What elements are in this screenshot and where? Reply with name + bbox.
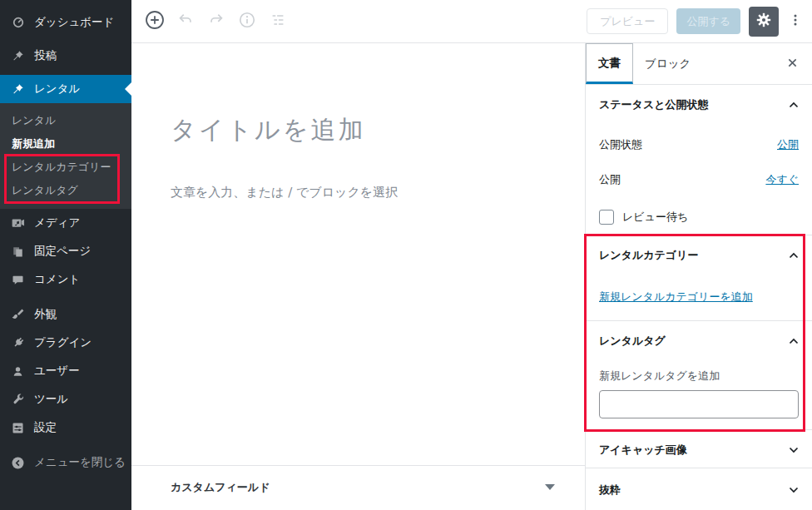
collapse-menu-button[interactable]: メニューを閉じる <box>0 448 131 477</box>
add-rental-category-link[interactable]: 新規レンタルカテゴリーを追加 <box>599 290 753 305</box>
wordpress-block-editor-window: ダッシュボード 投稿 レンタル レンタル 新規追加 レンタルカテゴリー <box>0 0 812 510</box>
tab-block[interactable]: ブロック <box>633 43 702 84</box>
rental-submenu: レンタル 新規追加 レンタルカテゴリー レンタルタグ <box>0 103 131 209</box>
dashboard-icon <box>10 15 26 31</box>
sidebar-item-rental[interactable]: レンタル <box>0 75 131 103</box>
undo-button[interactable] <box>172 8 199 35</box>
settings-gear-button[interactable] <box>749 7 779 37</box>
submenu-item-add-new[interactable]: 新規追加 <box>0 132 131 156</box>
sidebar-item-label: メニューを閉じる <box>34 455 126 470</box>
dropdown-caret-icon <box>545 484 555 490</box>
gear-icon <box>755 12 772 31</box>
publish-date-label: 公開 <box>599 172 621 187</box>
rental-tag-header[interactable]: レンタルタグ <box>599 334 799 349</box>
sidebar-item-comments[interactable]: コメント <box>0 265 131 294</box>
section-title: 抜粋 <box>599 483 621 498</box>
excerpt-header[interactable]: 抜粋 <box>599 483 799 498</box>
block-inserter-button[interactable] <box>141 8 168 35</box>
appearance-brush-icon <box>10 307 26 323</box>
visibility-label: 公開状態 <box>599 137 642 152</box>
menu-separator <box>0 294 131 300</box>
sidebar-item-users[interactable]: ユーザー <box>0 357 131 385</box>
custom-fields-panel[interactable]: カスタムフィールド <box>131 465 585 508</box>
sidebar-item-label: ダッシュボード <box>34 15 114 30</box>
section-title: アイキャッチ画像 <box>599 443 687 458</box>
rental-category-section: レンタルカテゴリー 新規レンタルカテゴリーを追加 <box>586 235 812 321</box>
sidebar-item-label: メディア <box>34 215 80 230</box>
close-settings-button[interactable] <box>780 52 804 76</box>
section-title: ステータスと公開状態 <box>599 97 709 112</box>
collapse-arrow-icon <box>10 455 26 471</box>
chevron-down-icon <box>789 447 799 453</box>
redo-icon <box>207 11 225 32</box>
sidebar-item-label: 投稿 <box>34 48 57 63</box>
sidebar-item-label: コメント <box>34 272 80 287</box>
publish-date-row: 公開 今すぐ <box>599 172 799 187</box>
users-icon <box>10 364 26 379</box>
sidebar-item-pages[interactable]: 固定ページ <box>0 237 131 265</box>
header-actions: プレビュー 公開する <box>587 7 812 37</box>
publish-date-value-link[interactable]: 今すぐ <box>765 172 799 187</box>
submenu-item-rental-category[interactable]: レンタルカテゴリー <box>0 156 131 179</box>
sidebar-item-tools[interactable]: ツール <box>0 385 131 413</box>
publish-button[interactable]: 公開する <box>676 8 740 34</box>
rental-tag-section: レンタルタグ 新規レンタルタグを追加 <box>586 321 812 430</box>
status-section-header[interactable]: ステータスと公開状態 <box>599 97 799 112</box>
visibility-value-link[interactable]: 公開 <box>777 137 799 152</box>
section-title: レンタルタグ <box>599 334 666 349</box>
block-navigation-button[interactable] <box>265 8 291 35</box>
circled-plus-icon <box>145 10 165 32</box>
sidebar-item-label: ユーザー <box>34 364 80 379</box>
tools-wrench-icon <box>10 392 26 408</box>
post-title-input[interactable]: タイトルを追加 <box>171 113 366 147</box>
pushpin-icon <box>10 82 26 97</box>
sidebar-item-posts[interactable]: 投稿 <box>0 42 131 70</box>
media-icon <box>10 215 26 231</box>
sidebar-item-label: 固定ページ <box>34 244 91 259</box>
content-structure-button[interactable] <box>234 8 260 35</box>
visibility-row: 公開状態 公開 <box>599 137 799 152</box>
plugins-icon <box>10 335 26 351</box>
pending-review-label: レビュー待ち <box>622 210 688 225</box>
submenu-item-rental[interactable]: レンタル <box>0 109 131 132</box>
preview-button[interactable]: プレビュー <box>587 8 668 34</box>
editor-canvas: タイトルを追加 文章を入力、または / でブロックを選択 カスタムフィールド <box>131 43 585 510</box>
pending-review-row: レビュー待ち <box>599 210 799 225</box>
close-icon <box>787 57 798 71</box>
status-visibility-section: ステータスと公開状態 公開状態 公開 公開 今すぐ <box>586 85 812 235</box>
submenu-item-rental-tag[interactable]: レンタルタグ <box>0 179 131 202</box>
undo-icon <box>176 11 195 32</box>
list-view-icon <box>269 11 287 32</box>
document-settings-sidebar: 文書 ブロック ステータスと公開状態 <box>585 43 812 510</box>
editor-workspace: タイトルを追加 文章を入力、または / でブロックを選択 カスタムフィールド 文… <box>131 43 812 510</box>
sidebar-item-settings[interactable]: 設定 <box>0 413 131 442</box>
section-title: レンタルカテゴリー <box>599 248 698 263</box>
sidebar-item-label: ツール <box>34 392 68 407</box>
more-options-button[interactable] <box>787 7 804 37</box>
chevron-down-icon <box>789 487 799 493</box>
settings-sliders-icon <box>10 420 26 436</box>
info-icon <box>238 11 256 32</box>
sidebar-item-dashboard[interactable]: ダッシュボード <box>0 8 131 37</box>
tab-document[interactable]: 文書 <box>586 43 633 84</box>
block-appender[interactable]: 文章を入力、または / でブロックを選択 <box>171 185 398 201</box>
featured-image-section: アイキャッチ画像 <box>586 430 812 468</box>
sidebar-item-appearance[interactable]: 外観 <box>0 300 131 329</box>
rental-category-header[interactable]: レンタルカテゴリー <box>599 248 799 263</box>
pending-review-checkbox[interactable] <box>599 210 614 225</box>
sidebar-item-plugins[interactable]: プラグイン <box>0 329 131 357</box>
editor-main: プレビュー 公開する タイトルを追加 文章を入力、または / でブロックを <box>131 0 812 510</box>
sidebar-item-label: プラグイン <box>34 335 92 350</box>
ellipsis-vertical-icon <box>788 12 803 30</box>
new-rental-tag-input[interactable] <box>599 390 799 418</box>
pushpin-icon <box>10 48 26 64</box>
pages-icon <box>10 244 26 260</box>
sidebar-item-media[interactable]: メディア <box>0 209 131 237</box>
chevron-up-icon <box>789 102 799 108</box>
redo-button[interactable] <box>203 8 230 35</box>
editor-toolbar <box>131 8 291 35</box>
sidebar-item-label: 設定 <box>34 420 57 435</box>
sidebar-item-label: 外観 <box>34 307 57 322</box>
featured-image-header[interactable]: アイキャッチ画像 <box>599 443 799 458</box>
custom-fields-label: カスタムフィールド <box>171 480 270 495</box>
